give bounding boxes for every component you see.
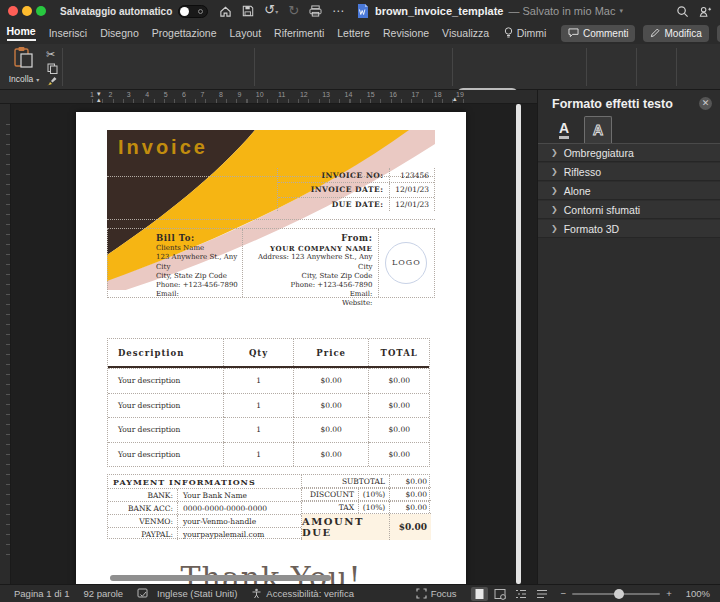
tab-layout[interactable]: Layout [230, 27, 262, 39]
vertical-scrollbar[interactable] [516, 104, 521, 584]
share-profile-icon[interactable] [699, 5, 712, 18]
focus-mode-button[interactable]: Focus [431, 588, 457, 599]
section-formato-3d[interactable]: ❯Formato 3D [538, 220, 720, 238]
section-contorni-sfumati[interactable]: ❯Contorni sfumati [538, 201, 720, 219]
tab-progettazione[interactable]: Progettazione [152, 27, 217, 39]
invoice-title: Invoice [118, 136, 208, 159]
text-fill-outline-tab[interactable]: A [550, 116, 578, 143]
tab-riferimenti[interactable]: Riferimenti [274, 27, 324, 39]
chevron-right-icon: ❯ [551, 205, 558, 214]
text-effects-tab[interactable]: A [584, 116, 612, 143]
chevron-right-icon: ❯ [551, 186, 558, 195]
close-window-button[interactable] [8, 6, 18, 16]
print-layout-view-button[interactable] [471, 587, 488, 601]
logo-cell: LOGO [379, 229, 434, 297]
print-icon[interactable] [309, 5, 322, 17]
search-icon[interactable] [676, 5, 689, 18]
draft-view-button[interactable] [534, 587, 551, 601]
save-icon[interactable] [242, 5, 254, 17]
format-text-effects-panel: Formato effetti testo ✕ A A ❯Ombreggiatu… [537, 90, 720, 584]
tab-dimmi[interactable]: Dimmi [517, 27, 547, 39]
home-icon[interactable] [219, 5, 232, 18]
tab-inserisci[interactable]: Inserisci [49, 27, 88, 39]
items-header-row: Description Qty Price TOTAL [108, 339, 429, 368]
zoom-slider-thumb[interactable] [614, 589, 624, 599]
format-painter-icon[interactable] [46, 75, 58, 87]
proofing-icon[interactable] [137, 588, 149, 599]
chevron-right-icon: ❯ [551, 148, 558, 157]
accessibility-status[interactable]: Accessibilità: verifica [266, 588, 354, 599]
ruler-number: 15 [367, 91, 375, 98]
ruler-number: 2 [108, 91, 112, 98]
chevron-right-icon: ❯ [551, 167, 558, 176]
ruler-number: 7 [201, 91, 205, 98]
due-date-row: DUE DATE:12/01/23 [278, 197, 434, 211]
ruler-number: 13 [322, 91, 330, 98]
section-riflesso[interactable]: ❯Riflesso [538, 163, 720, 181]
word-count[interactable]: 92 parole [83, 588, 123, 599]
tab-home[interactable]: Home [7, 25, 36, 41]
tab-revisione[interactable]: Revisione [383, 27, 429, 39]
document-page[interactable]: Invoice INVOICE NO:123456 INVOICE DATE:1… [76, 112, 466, 584]
ruler-number: 5 [164, 91, 168, 98]
undo-icon[interactable]: ↺▾ [264, 0, 278, 23]
edit-mode-button[interactable]: Modifica [643, 25, 708, 42]
billing-table[interactable]: Bill To: Clients Name 123 Anywhere St., … [107, 228, 435, 298]
more-commands-icon[interactable]: ⋯ [332, 0, 344, 22]
items-table[interactable]: Description Qty Price TOTAL Your descrip… [107, 338, 430, 467]
language-indicator[interactable]: Inglese (Stati Uniti) [157, 588, 237, 599]
page-indicator[interactable]: Pagina 1 di 1 [14, 588, 69, 599]
text-fill-icon: A [559, 121, 569, 139]
ruler-number: 16 [389, 91, 397, 98]
subtotal-row: SUBTOTAL$0.00 [302, 475, 431, 488]
ruler-number: 11 [278, 91, 285, 98]
tab-visualizza[interactable]: Visualizza [442, 27, 489, 39]
logo-placeholder: LOGO [385, 242, 427, 284]
minimize-window-button[interactable] [22, 6, 32, 16]
cut-icon[interactable]: ✂ [46, 48, 55, 61]
text-effects-a-icon: A [593, 122, 603, 138]
section-alone[interactable]: ❯Alone [538, 182, 720, 200]
divider-line [107, 219, 435, 220]
ruler-number: 8 [219, 91, 223, 98]
copy-icon[interactable] [47, 63, 58, 74]
zoom-window-button[interactable] [36, 6, 46, 16]
document-title: brown_invoice_template [375, 5, 503, 17]
web-layout-view-button[interactable] [492, 587, 509, 601]
section-ombreggiatura[interactable]: ❯Ombreggiatura [538, 144, 720, 162]
right-indent-marker[interactable]: ▴ [453, 95, 457, 102]
bill-to-block: Bill To: Clients Name 123 Anywhere St., … [108, 229, 243, 297]
comments-button[interactable]: Commenti [561, 25, 636, 42]
tellme-bulb-icon [504, 27, 513, 39]
tab-disegno[interactable]: Disegno [100, 27, 139, 39]
outline-view-button[interactable] [513, 587, 530, 601]
item-row: Your description1 $0.00$0.00 [108, 417, 429, 442]
autosave-toggle[interactable] [178, 5, 208, 18]
invoice-meta-table[interactable]: INVOICE NO:123456 INVOICE DATE:12/01/23 … [277, 168, 435, 211]
ruler-numbers: 12345678910111213141516171819 [90, 91, 464, 98]
item-row: Your description1 $0.00$0.00 [108, 442, 429, 467]
focus-icon [416, 588, 427, 599]
word-document-icon [357, 4, 369, 18]
autosave-label: Salvataggio automatico [60, 6, 172, 17]
zoom-in-button[interactable]: + [666, 588, 672, 599]
discount-row: DISCOUNT(10%)$0.00 [302, 488, 431, 501]
ribbon: Incolla▾ ✂ Charter▾ 11▾ A▲ A▼ Aa▾ A✦ G C… [0, 44, 720, 90]
title-chevron-icon[interactable]: ▾ [619, 7, 623, 15]
horizontal-scrollbar[interactable] [110, 575, 331, 581]
title-bar: Salvataggio automatico ↺▾ ↻ ⋯ brown_invo… [0, 0, 720, 22]
panel-close-icon[interactable]: ✕ [699, 97, 712, 110]
vertical-ruler[interactable] [0, 104, 11, 584]
tax-row: TAX(10%)$0.00 [302, 501, 431, 514]
ruler-number: 12 [300, 91, 308, 98]
zoom-level[interactable]: 100% [686, 588, 710, 599]
panel-title: Formato effetti testo [552, 97, 673, 111]
zoom-slider[interactable] [572, 593, 660, 595]
redo-icon[interactable]: ↻ [288, 0, 299, 22]
item-row: Your description1 $0.00$0.00 [108, 393, 429, 418]
paste-button[interactable]: Incolla▾ [6, 46, 42, 88]
zoom-out-button[interactable]: − [561, 588, 567, 599]
hanging-indent-marker[interactable]: ▴ [97, 96, 101, 103]
tab-lettere[interactable]: Lettere [337, 27, 370, 39]
payment-table[interactable]: PAYMENT INFORMATIONS BANK:Your Bank Name… [107, 474, 430, 539]
